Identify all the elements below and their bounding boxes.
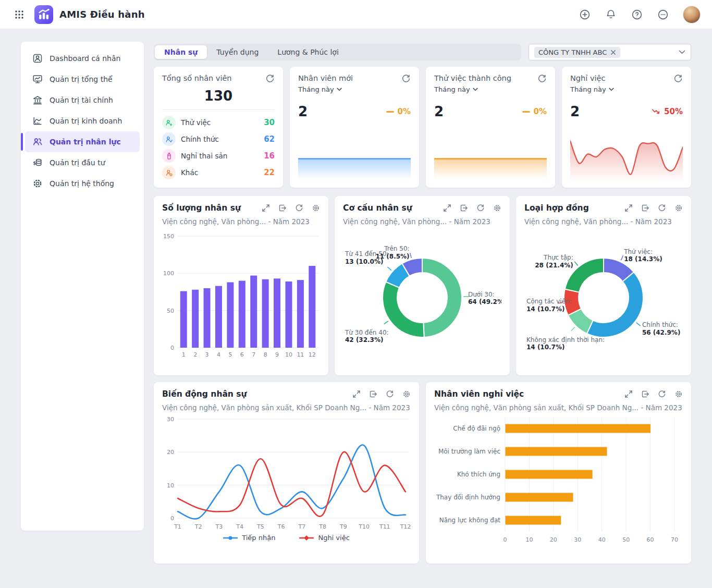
row-value: 30 xyxy=(264,118,275,127)
svg-text:10: 10 xyxy=(525,536,533,543)
sidebar-item-quan-tri-dau-tu[interactable]: $ Quản trị đầu tư xyxy=(25,152,140,173)
svg-text:11: 11 xyxy=(297,351,304,358)
refresh-icon[interactable] xyxy=(537,74,547,83)
more-icon[interactable] xyxy=(657,8,669,21)
sparkline-chart xyxy=(570,133,683,181)
svg-text:30: 30 xyxy=(167,416,174,423)
svg-text:20: 20 xyxy=(167,449,174,456)
company-select[interactable]: CÔNG TY TNHH ABC xyxy=(529,44,691,60)
settings-icon[interactable] xyxy=(674,204,683,212)
svg-text:T8: T8 xyxy=(318,523,326,530)
tab-bar: Nhân sự Tuyển dụng Lương & Phúc lợi xyxy=(154,44,521,60)
user-avatar[interactable] xyxy=(683,6,701,23)
tab-tuyen-dung[interactable]: Tuyển dụng xyxy=(207,45,268,59)
export-icon[interactable] xyxy=(369,390,377,398)
sidebar-item-label: Quản trị tài chính xyxy=(50,96,113,104)
sidebar-item-quan-tri-he-thong[interactable]: Quản trị hệ thống xyxy=(25,173,140,194)
panel-subtitle: Viện công nghệ, Văn phòng... - Năm 2023 xyxy=(162,217,320,226)
tab-luong-phuc-loi[interactable]: Lương & Phúc lợi xyxy=(268,45,348,59)
period-dropdown[interactable]: Tháng này xyxy=(298,85,342,93)
baby-bottle-icon xyxy=(162,149,176,163)
svg-text:T7: T7 xyxy=(298,523,306,530)
sidebar-item-quan-tri-tai-chinh[interactable]: Quản trị tài chính xyxy=(25,90,140,111)
sidebar-item-label: Quản trị hệ thống xyxy=(50,179,114,188)
svg-text:T2: T2 xyxy=(194,523,202,530)
close-icon[interactable] xyxy=(610,50,616,55)
expand-icon[interactable] xyxy=(624,204,633,212)
sidebar-item-dashboard-ca-nhan[interactable]: Dashboard cá nhân xyxy=(25,48,140,69)
bell-icon[interactable] xyxy=(605,8,617,21)
expand-icon[interactable] xyxy=(624,390,633,398)
settings-icon[interactable] xyxy=(312,204,320,212)
sidebar: Dashboard cá nhân Quản trị tổng thể Quản… xyxy=(21,42,144,531)
add-circle-icon[interactable] xyxy=(579,8,591,21)
apps-grid-icon[interactable] xyxy=(11,7,27,22)
svg-text:2: 2 xyxy=(193,351,197,358)
settings-icon[interactable] xyxy=(402,390,411,398)
expand-icon[interactable] xyxy=(352,390,361,398)
svg-text:T4: T4 xyxy=(236,523,243,530)
contract-type-donut-chart: Thử việc:18 (14.3%)Chính thức:56 (42.9%)… xyxy=(524,229,683,361)
sidebar-item-label: Dashboard cá nhân xyxy=(50,54,120,63)
svg-text:Thực tập:28 (21.4%): Thực tập:28 (21.4%) xyxy=(535,254,573,269)
panel-title: Số lượng nhân sự xyxy=(162,203,241,213)
sidebar-item-quan-tri-nhan-luc[interactable]: Quản trị nhân lực xyxy=(25,131,140,152)
export-icon[interactable] xyxy=(641,204,649,212)
gear-icon xyxy=(32,178,43,189)
period-dropdown[interactable]: Tháng này xyxy=(570,85,614,93)
refresh-icon[interactable] xyxy=(265,74,275,83)
panel-subtitle: Viện công nghệ, Văn phòng sản xuất, Khối… xyxy=(434,403,683,412)
tab-nhan-su[interactable]: Nhân sự xyxy=(155,45,207,59)
refresh-icon[interactable] xyxy=(295,204,303,212)
people-icon xyxy=(32,137,43,147)
person-check-icon xyxy=(162,132,176,146)
refresh-icon[interactable] xyxy=(658,390,666,398)
export-icon[interactable] xyxy=(460,204,468,212)
row-label: Chính thức xyxy=(181,135,259,143)
svg-text:T1: T1 xyxy=(174,523,181,530)
refresh-icon[interactable] xyxy=(476,204,485,212)
top-bar: AMIS Điều hành xyxy=(0,0,712,29)
svg-text:$: $ xyxy=(33,161,36,166)
svg-text:0: 0 xyxy=(170,515,174,522)
refresh-icon[interactable] xyxy=(386,390,394,398)
row-value: 16 xyxy=(264,151,275,161)
settings-icon[interactable] xyxy=(674,390,683,398)
help-icon[interactable] xyxy=(631,8,643,21)
sidebar-item-quan-tri-kinh-doanh[interactable]: Quản trị kinh doanh xyxy=(25,111,140,131)
export-icon[interactable] xyxy=(278,204,287,212)
row-value: 62 xyxy=(264,134,275,144)
settings-icon[interactable] xyxy=(493,204,501,212)
kpi-delta: 0% xyxy=(522,107,547,116)
svg-text:150: 150 xyxy=(163,233,174,240)
export-icon[interactable] xyxy=(641,390,649,398)
sidebar-item-quan-tri-tong-the[interactable]: Quản trị tổng thể xyxy=(25,69,140,90)
panel-toolbar xyxy=(624,204,683,212)
svg-text:40: 40 xyxy=(598,536,606,543)
svg-text:T11: T11 xyxy=(379,523,390,530)
workforce-change-panel: Biến động nhân sự Viện công nghệ, Văn ph… xyxy=(154,382,419,564)
line-series-marker xyxy=(299,535,314,541)
list-item: Thử việc 30 xyxy=(162,114,275,131)
svg-text:T3: T3 xyxy=(215,523,223,530)
total-employees-value: 130 xyxy=(162,88,275,104)
svg-text:12: 12 xyxy=(309,351,316,358)
svg-text:Khó thích ứng: Khó thích ứng xyxy=(457,471,500,478)
expand-icon[interactable] xyxy=(262,204,270,212)
panel-title: Cơ cấu nhân sự xyxy=(343,203,412,213)
period-dropdown[interactable]: Tháng này xyxy=(434,85,478,93)
chevron-down-icon xyxy=(609,88,614,91)
list-item: Chính thức 62 xyxy=(162,131,275,148)
refresh-icon[interactable] xyxy=(658,204,666,212)
chevron-down-icon xyxy=(473,88,478,91)
refresh-icon[interactable] xyxy=(401,74,411,83)
refresh-icon[interactable] xyxy=(673,74,683,83)
panel-title: Nhân viên nghỉ việc xyxy=(434,389,524,399)
expand-icon[interactable] xyxy=(443,204,451,212)
kpi-value: 2 xyxy=(570,104,580,119)
workforce-change-line-chart: 0102030T1T2T3T4T5T6T7T8T9T10T11T12 xyxy=(162,415,411,533)
svg-text:T12: T12 xyxy=(400,523,411,530)
svg-text:100: 100 xyxy=(163,270,174,277)
panel-title: Biến động nhân sự xyxy=(162,389,247,399)
headcount-bar-chart: 050100150123456789101112 xyxy=(162,229,320,360)
